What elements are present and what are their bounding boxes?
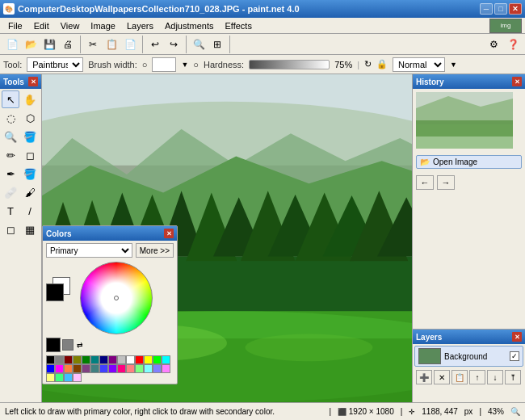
menu-effects[interactable]: Effects (220, 20, 257, 32)
layer-down-button[interactable]: ↓ (487, 370, 503, 384)
new-button[interactable]: 📄 (3, 36, 21, 53)
paste-button[interactable]: 📄 (121, 36, 139, 53)
palette-color-swatch[interactable] (82, 355, 90, 364)
palette-color-swatch[interactable] (55, 355, 64, 364)
history-back-button[interactable]: ← (416, 175, 434, 190)
layer-delete-button[interactable]: ✕ (434, 370, 450, 384)
history-forward-button[interactable]: → (437, 175, 455, 190)
tool-fill[interactable]: 🪣 (21, 165, 39, 183)
menu-file[interactable]: File (3, 20, 27, 32)
palette-color-swatch[interactable] (126, 355, 135, 364)
tool-eyedropper[interactable]: 🪣 (21, 128, 39, 145)
save-button[interactable]: 💾 (40, 36, 58, 53)
palette-color-swatch[interactable] (64, 373, 73, 382)
swap-icon[interactable]: ⇄ (77, 341, 83, 349)
tool-eraser[interactable]: ◻ (21, 146, 39, 164)
color-wheel[interactable] (80, 262, 153, 334)
tool-magic-wand[interactable]: ⬡ (21, 109, 39, 127)
blend-mode-select[interactable]: Normal (393, 57, 445, 72)
palette-color-swatch[interactable] (99, 355, 108, 364)
history-item-open[interactable]: 📂 Open Image (416, 155, 522, 169)
menu-layers[interactable]: Layers (122, 20, 158, 32)
gray-swatch[interactable] (62, 339, 74, 351)
palette-color-swatch[interactable] (55, 373, 64, 382)
palette-color-swatch[interactable] (46, 373, 55, 382)
palette-color-swatch[interactable] (90, 364, 99, 373)
brush-width-input[interactable]: 2 (152, 57, 176, 72)
open-button[interactable]: 📂 (22, 36, 40, 53)
palette-color-swatch[interactable] (162, 355, 170, 364)
cut-button[interactable]: ✂ (84, 36, 102, 53)
palette-color-swatch[interactable] (108, 364, 117, 373)
palette-color-swatch[interactable] (117, 364, 126, 373)
tool-select-btn[interactable]: ↖ (2, 90, 19, 108)
undo-button[interactable]: ↩ (146, 36, 164, 53)
palette-color-swatch[interactable] (126, 364, 135, 373)
settings-button[interactable]: ⚙ (485, 36, 502, 53)
menu-view[interactable]: View (56, 20, 85, 32)
window-controls[interactable]: ─ □ ✕ (480, 3, 522, 15)
layer-duplicate-button[interactable]: 📋 (452, 370, 468, 384)
tool-lasso[interactable]: ◌ (2, 109, 19, 127)
black-swatch[interactable] (46, 338, 61, 352)
tool-shapes[interactable]: ◻ (2, 220, 19, 238)
redo-button[interactable]: ↪ (165, 36, 183, 53)
tool-line[interactable]: / (21, 202, 39, 220)
palette-color-swatch[interactable] (144, 364, 153, 373)
menu-edit[interactable]: Edit (29, 20, 54, 32)
palette-color-swatch[interactable] (46, 364, 55, 373)
palette-color-swatch[interactable] (135, 364, 144, 373)
palette-color-swatch[interactable] (117, 355, 126, 364)
tool-pencil[interactable]: ✒ (2, 165, 19, 183)
palette-color-swatch[interactable] (73, 373, 82, 382)
tool-clone[interactable]: 🩹 (2, 183, 19, 201)
color-picker-dot (114, 296, 119, 300)
tool-zoom[interactable]: 🔍 (2, 128, 19, 145)
palette-color-swatch[interactable] (46, 355, 55, 364)
zoom-button[interactable]: 🔍 (190, 36, 208, 53)
palette-color-swatch[interactable] (162, 364, 170, 373)
copy-button[interactable]: 📋 (103, 36, 120, 53)
palette-color-swatch[interactable] (108, 355, 117, 364)
tool-gradient[interactable]: ▦ (21, 220, 39, 238)
palette-color-swatch[interactable] (73, 355, 82, 364)
foreground-color-swatch[interactable] (46, 284, 64, 301)
tool-move[interactable]: ✋ (21, 90, 39, 108)
grid-button[interactable]: ⊞ (208, 36, 226, 53)
colors-close-button[interactable]: ✕ (164, 229, 174, 238)
menu-adjustments[interactable]: Adjustments (160, 20, 219, 32)
palette-color-swatch[interactable] (153, 355, 162, 364)
maximize-button[interactable]: □ (494, 3, 507, 15)
palette-color-swatch[interactable] (144, 355, 153, 364)
tool-label: Tool: (3, 60, 22, 69)
palette-color-swatch[interactable] (82, 364, 90, 373)
layer-up-button[interactable]: ↑ (469, 370, 485, 384)
palette-color-swatch[interactable] (135, 355, 144, 364)
tool-text[interactable]: T (2, 202, 19, 220)
tool-select[interactable]: Paintbrush (27, 57, 83, 72)
layer-top-button[interactable]: ⤒ (505, 370, 521, 384)
palette-color-swatch[interactable] (99, 364, 108, 373)
layers-close-button[interactable]: ✕ (512, 332, 522, 342)
color-mode-select[interactable]: Primary (46, 243, 132, 258)
layer-add-button[interactable]: ➕ (416, 370, 432, 384)
layer-visibility-checkbox[interactable]: ✓ (510, 351, 519, 361)
palette-color-swatch[interactable] (64, 364, 73, 373)
layer-background[interactable]: Background ✓ (414, 346, 523, 367)
palette-color-swatch[interactable] (90, 355, 99, 364)
tool-paintbrush[interactable]: ✏ (2, 146, 19, 164)
palette-color-swatch[interactable] (55, 364, 64, 373)
palette-color-swatch[interactable] (153, 364, 162, 373)
help-button[interactable]: ❓ (504, 36, 522, 53)
palette-color-swatch[interactable] (64, 355, 73, 364)
hardness-slider[interactable] (249, 60, 330, 69)
colors-more-button[interactable]: More >> (136, 243, 174, 258)
tool-recolor[interactable]: 🖌 (21, 183, 39, 201)
tools-close-button[interactable]: ✕ (28, 77, 38, 86)
history-close-button[interactable]: ✕ (512, 77, 522, 86)
close-button[interactable]: ✕ (509, 3, 522, 15)
menu-image[interactable]: Image (86, 20, 120, 32)
print-button[interactable]: 🖨 (59, 36, 77, 53)
minimize-button[interactable]: ─ (480, 3, 493, 15)
palette-color-swatch[interactable] (73, 364, 82, 373)
